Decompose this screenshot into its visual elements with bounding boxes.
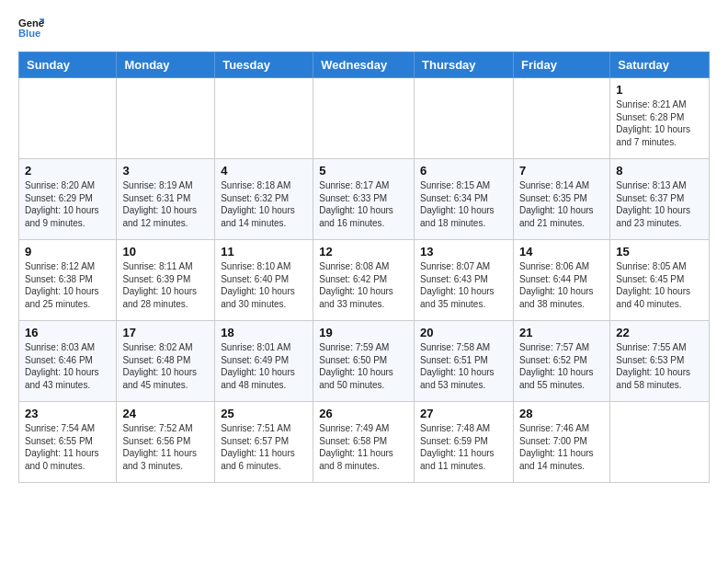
day-number: 23 [25,407,110,420]
day-number: 21 [519,326,604,339]
day-info: Sunrise: 8:01 AM Sunset: 6:49 PM Dayligh… [221,341,307,391]
calendar-cell [19,78,117,159]
calendar-week-row: 16Sunrise: 8:03 AM Sunset: 6:46 PM Dayli… [19,321,710,402]
day-info: Sunrise: 8:21 AM Sunset: 6:28 PM Dayligh… [616,98,703,148]
calendar-cell: 21Sunrise: 7:57 AM Sunset: 6:52 PM Dayli… [513,321,609,402]
day-number: 8 [616,164,703,178]
calendar-cell [610,402,710,483]
day-number: 19 [319,326,408,339]
day-number: 16 [25,326,110,339]
day-info: Sunrise: 8:15 AM Sunset: 6:34 PM Dayligh… [420,179,507,229]
day-info: Sunrise: 7:49 AM Sunset: 6:58 PM Dayligh… [319,422,408,472]
calendar-week-row: 23Sunrise: 7:54 AM Sunset: 6:55 PM Dayli… [19,402,710,483]
day-number: 28 [519,407,604,420]
day-info: Sunrise: 8:02 AM Sunset: 6:48 PM Dayligh… [122,341,209,391]
weekday-header-saturday: Saturday [610,52,710,78]
day-number: 13 [420,245,507,259]
calendar-cell: 24Sunrise: 7:52 AM Sunset: 6:56 PM Dayli… [117,402,215,483]
calendar-cell: 27Sunrise: 7:48 AM Sunset: 6:59 PM Dayli… [415,402,514,483]
calendar-cell: 17Sunrise: 8:02 AM Sunset: 6:48 PM Dayli… [117,321,215,402]
weekday-header-tuesday: Tuesday [215,52,313,78]
calendar-cell: 10Sunrise: 8:11 AM Sunset: 6:39 PM Dayli… [117,240,215,321]
day-number: 11 [221,245,307,259]
day-number: 24 [122,407,209,420]
calendar-cell: 26Sunrise: 7:49 AM Sunset: 6:58 PM Dayli… [313,402,415,483]
weekday-header-wednesday: Wednesday [313,52,415,78]
day-number: 4 [221,164,307,178]
calendar-cell: 19Sunrise: 7:59 AM Sunset: 6:50 PM Dayli… [313,321,415,402]
calendar-cell: 20Sunrise: 7:58 AM Sunset: 6:51 PM Dayli… [415,321,514,402]
day-info: Sunrise: 7:51 AM Sunset: 6:57 PM Dayligh… [221,422,307,472]
day-info: Sunrise: 8:12 AM Sunset: 6:38 PM Dayligh… [25,260,110,310]
day-number: 7 [519,164,604,178]
calendar-cell: 16Sunrise: 8:03 AM Sunset: 6:46 PM Dayli… [19,321,117,402]
calendar-cell: 8Sunrise: 8:13 AM Sunset: 6:37 PM Daylig… [610,159,710,240]
day-number: 10 [122,245,209,259]
logo-icon: General Blue [18,15,44,40]
day-info: Sunrise: 7:48 AM Sunset: 6:59 PM Dayligh… [420,422,507,472]
day-info: Sunrise: 8:10 AM Sunset: 6:40 PM Dayligh… [221,260,307,310]
calendar-cell: 25Sunrise: 7:51 AM Sunset: 6:57 PM Dayli… [215,402,313,483]
day-info: Sunrise: 7:55 AM Sunset: 6:53 PM Dayligh… [616,341,703,391]
calendar-cell: 6Sunrise: 8:15 AM Sunset: 6:34 PM Daylig… [415,159,514,240]
calendar-header-row: SundayMondayTuesdayWednesdayThursdayFrid… [19,52,710,78]
day-info: Sunrise: 7:59 AM Sunset: 6:50 PM Dayligh… [319,341,408,391]
weekday-header-sunday: Sunday [19,52,117,78]
calendar-cell: 9Sunrise: 8:12 AM Sunset: 6:38 PM Daylig… [19,240,117,321]
day-number: 27 [420,407,507,420]
calendar-cell [215,78,313,159]
day-info: Sunrise: 7:54 AM Sunset: 6:55 PM Dayligh… [25,422,110,472]
calendar-cell [117,78,215,159]
day-number: 3 [122,164,209,178]
calendar-cell: 2Sunrise: 8:20 AM Sunset: 6:29 PM Daylig… [19,159,117,240]
calendar-cell [513,78,609,159]
day-number: 1 [616,83,703,97]
calendar-cell: 5Sunrise: 8:17 AM Sunset: 6:33 PM Daylig… [313,159,415,240]
page: General Blue SundayMondayTuesdayWednesda… [0,0,728,501]
calendar-table: SundayMondayTuesdayWednesdayThursdayFrid… [18,52,710,483]
calendar-cell: 18Sunrise: 8:01 AM Sunset: 6:49 PM Dayli… [215,321,313,402]
day-info: Sunrise: 8:19 AM Sunset: 6:31 PM Dayligh… [122,179,209,229]
day-number: 25 [221,407,307,420]
day-number: 9 [25,245,110,259]
calendar-cell: 7Sunrise: 8:14 AM Sunset: 6:35 PM Daylig… [513,159,609,240]
day-info: Sunrise: 8:06 AM Sunset: 6:44 PM Dayligh… [519,260,604,310]
calendar-week-row: 1Sunrise: 8:21 AM Sunset: 6:28 PM Daylig… [19,78,710,159]
day-info: Sunrise: 8:18 AM Sunset: 6:32 PM Dayligh… [221,179,307,229]
day-info: Sunrise: 7:57 AM Sunset: 6:52 PM Dayligh… [519,341,604,391]
day-number: 2 [25,164,110,178]
weekday-header-monday: Monday [117,52,215,78]
day-number: 20 [420,326,507,339]
day-number: 18 [221,326,307,339]
calendar-week-row: 2Sunrise: 8:20 AM Sunset: 6:29 PM Daylig… [19,159,710,240]
day-info: Sunrise: 8:17 AM Sunset: 6:33 PM Dayligh… [319,179,408,229]
day-number: 12 [319,245,408,259]
weekday-header-friday: Friday [513,52,609,78]
day-info: Sunrise: 8:11 AM Sunset: 6:39 PM Dayligh… [122,260,209,310]
day-info: Sunrise: 8:14 AM Sunset: 6:35 PM Dayligh… [519,179,604,229]
calendar-cell: 4Sunrise: 8:18 AM Sunset: 6:32 PM Daylig… [215,159,313,240]
calendar-week-row: 9Sunrise: 8:12 AM Sunset: 6:38 PM Daylig… [19,240,710,321]
day-info: Sunrise: 8:13 AM Sunset: 6:37 PM Dayligh… [616,179,703,229]
calendar-cell: 3Sunrise: 8:19 AM Sunset: 6:31 PM Daylig… [117,159,215,240]
calendar-cell [415,78,514,159]
day-number: 5 [319,164,408,178]
day-number: 17 [122,326,209,339]
day-number: 22 [616,326,703,339]
day-info: Sunrise: 7:52 AM Sunset: 6:56 PM Dayligh… [122,422,209,472]
day-info: Sunrise: 7:46 AM Sunset: 7:00 PM Dayligh… [519,422,604,472]
calendar-cell: 12Sunrise: 8:08 AM Sunset: 6:42 PM Dayli… [313,240,415,321]
svg-text:Blue: Blue [18,28,40,39]
calendar-cell: 13Sunrise: 8:07 AM Sunset: 6:43 PM Dayli… [415,240,514,321]
day-number: 26 [319,407,408,420]
day-number: 6 [420,164,507,178]
day-info: Sunrise: 7:58 AM Sunset: 6:51 PM Dayligh… [420,341,507,391]
day-info: Sunrise: 8:20 AM Sunset: 6:29 PM Dayligh… [25,179,110,229]
calendar-cell: 28Sunrise: 7:46 AM Sunset: 7:00 PM Dayli… [513,402,609,483]
day-number: 14 [519,245,604,259]
calendar-cell: 23Sunrise: 7:54 AM Sunset: 6:55 PM Dayli… [19,402,117,483]
day-info: Sunrise: 8:05 AM Sunset: 6:45 PM Dayligh… [616,260,703,310]
header: General Blue [18,15,710,40]
calendar-cell: 22Sunrise: 7:55 AM Sunset: 6:53 PM Dayli… [610,321,710,402]
weekday-header-thursday: Thursday [415,52,514,78]
